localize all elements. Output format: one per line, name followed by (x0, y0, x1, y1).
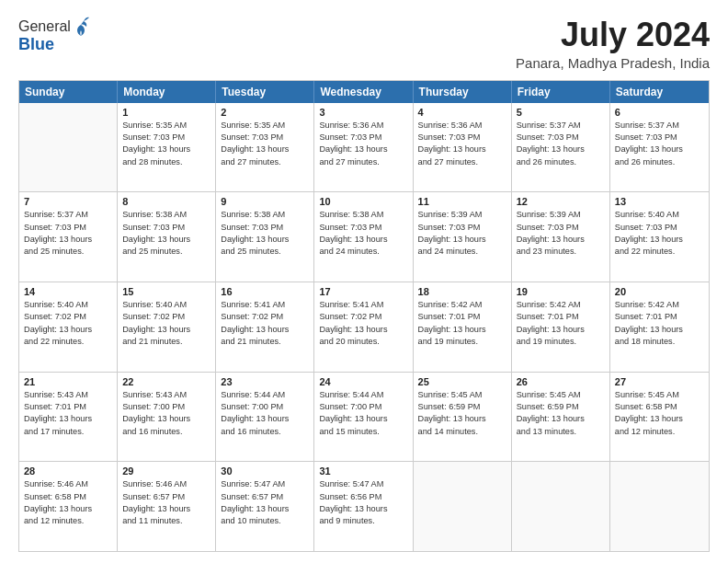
cell-info-line: and 22 minutes. (615, 246, 704, 258)
calendar-cell: 20Sunrise: 5:42 AMSunset: 7:01 PMDayligh… (610, 282, 709, 372)
day-number: 22 (122, 376, 210, 387)
cell-info-line: Sunrise: 5:39 AM (418, 209, 506, 221)
calendar-cell: 27Sunrise: 5:45 AMSunset: 6:58 PMDayligh… (610, 373, 709, 462)
day-number: 26 (517, 376, 605, 387)
cell-info-line: and 25 minutes. (24, 246, 112, 258)
cell-info-line: Sunset: 7:03 PM (418, 132, 506, 144)
cell-info-line: Sunset: 6:57 PM (122, 491, 210, 503)
cell-info-line: Sunset: 7:01 PM (615, 311, 704, 323)
cell-info-line: and 25 minutes. (221, 246, 309, 258)
cell-info-line: Daylight: 13 hours (418, 234, 506, 246)
cell-info-line: Sunset: 7:03 PM (24, 222, 112, 234)
calendar-cell: 31Sunrise: 5:47 AMSunset: 6:56 PMDayligh… (314, 462, 413, 551)
cell-info-line: Sunset: 7:03 PM (122, 222, 210, 234)
cell-info-line: and 21 minutes. (221, 336, 309, 348)
calendar: SundayMondayTuesdayWednesdayThursdayFrid… (18, 80, 710, 552)
cell-info-line: Sunset: 7:02 PM (24, 311, 112, 323)
calendar-cell: 7Sunrise: 5:37 AMSunset: 7:03 PMDaylight… (19, 192, 118, 282)
cell-info-line: and 23 minutes. (517, 246, 605, 258)
calendar-cell: 14Sunrise: 5:40 AMSunset: 7:02 PMDayligh… (19, 282, 118, 372)
cell-info-line: Daylight: 13 hours (221, 234, 309, 246)
cell-info-line: Sunrise: 5:37 AM (517, 120, 605, 132)
cell-info-line: Daylight: 13 hours (221, 503, 309, 515)
logo-general-text: General (18, 18, 71, 35)
cell-info-line: Sunset: 6:59 PM (517, 401, 605, 413)
cell-info-line: Sunset: 7:02 PM (319, 311, 407, 323)
cell-info-line: Sunrise: 5:41 AM (319, 299, 407, 311)
calendar-cell: 6Sunrise: 5:37 AMSunset: 7:03 PMDaylight… (610, 103, 709, 192)
day-number: 19 (517, 286, 605, 297)
day-number: 29 (122, 465, 210, 477)
day-number: 17 (319, 286, 407, 297)
day-number: 9 (221, 196, 309, 207)
day-number: 14 (24, 286, 112, 297)
cell-info-line: Sunrise: 5:46 AM (24, 478, 112, 490)
cell-info-line: Sunrise: 5:42 AM (418, 299, 506, 311)
calendar-cell: 8Sunrise: 5:38 AMSunset: 7:03 PMDaylight… (118, 192, 216, 282)
day-number: 24 (319, 376, 407, 387)
day-number: 23 (221, 376, 309, 387)
cell-info-line: Daylight: 13 hours (615, 234, 704, 246)
cell-info-line: and 26 minutes. (517, 156, 605, 168)
cell-info-line: Sunrise: 5:35 AM (122, 120, 210, 132)
cell-info-line: Daylight: 13 hours (418, 144, 506, 155)
calendar-row: 7Sunrise: 5:37 AMSunset: 7:03 PMDaylight… (19, 191, 709, 282)
month-title: July 2024 (516, 17, 710, 53)
cell-info-line: Sunset: 6:59 PM (418, 401, 506, 413)
cell-info-line: Sunset: 7:01 PM (24, 401, 112, 413)
day-number: 12 (517, 196, 605, 207)
day-number: 21 (24, 376, 112, 387)
cell-info-line: Sunrise: 5:40 AM (615, 209, 704, 221)
cell-info-line: and 27 minutes. (221, 156, 309, 168)
cell-info-line: Sunset: 6:58 PM (24, 491, 112, 503)
cell-info-line: and 9 minutes. (319, 515, 407, 527)
cell-info-line: and 14 minutes. (418, 426, 506, 438)
cell-info-line: Daylight: 13 hours (615, 324, 704, 336)
cell-info-line: Daylight: 13 hours (418, 413, 506, 425)
calendar-cell: 21Sunrise: 5:43 AMSunset: 7:01 PMDayligh… (19, 373, 118, 462)
day-number: 18 (418, 286, 506, 297)
cell-info-line: Sunrise: 5:36 AM (418, 120, 506, 132)
cell-info-line: Daylight: 13 hours (122, 324, 210, 336)
header: General Blue July 2024 Panara, Madhya Pr… (18, 17, 710, 71)
cell-info-line: Daylight: 13 hours (615, 413, 704, 425)
cell-info-line: and 16 minutes. (221, 426, 309, 438)
calendar-cell (512, 462, 610, 551)
cell-info-line: Daylight: 13 hours (24, 503, 112, 515)
cell-info-line: Sunset: 7:03 PM (517, 132, 605, 144)
cell-info-line: Sunset: 7:03 PM (615, 132, 704, 144)
cell-info-line: and 27 minutes. (319, 156, 407, 168)
cell-info-line: Sunrise: 5:46 AM (122, 478, 210, 490)
calendar-cell: 23Sunrise: 5:44 AMSunset: 7:00 PMDayligh… (216, 373, 314, 462)
cell-info-line: Daylight: 13 hours (615, 144, 704, 155)
day-number: 2 (221, 107, 309, 118)
cell-info-line: Sunset: 6:58 PM (615, 401, 704, 413)
cell-info-line: Daylight: 13 hours (122, 413, 210, 425)
page: General Blue July 2024 Panara, Madhya Pr… (0, 0, 728, 563)
calendar-cell (19, 103, 118, 192)
cell-info-line: Sunrise: 5:45 AM (615, 389, 704, 401)
calendar-header-cell: Friday (512, 81, 610, 103)
calendar-header-cell: Tuesday (216, 81, 314, 103)
calendar-row: 28Sunrise: 5:46 AMSunset: 6:58 PMDayligh… (19, 461, 709, 551)
location: Panara, Madhya Pradesh, India (516, 55, 710, 71)
cell-info-line: Sunset: 6:56 PM (319, 491, 407, 503)
calendar-cell: 12Sunrise: 5:39 AMSunset: 7:03 PMDayligh… (512, 192, 610, 282)
calendar-header-cell: Saturday (610, 81, 709, 103)
cell-info-line: Sunrise: 5:43 AM (24, 389, 112, 401)
day-number: 13 (615, 196, 704, 207)
cell-info-line: and 24 minutes. (418, 246, 506, 258)
day-number: 6 (615, 107, 704, 118)
calendar-cell: 30Sunrise: 5:47 AMSunset: 6:57 PMDayligh… (216, 462, 314, 551)
cell-info-line: Sunset: 7:03 PM (319, 132, 407, 144)
calendar-cell: 10Sunrise: 5:38 AMSunset: 7:03 PMDayligh… (314, 192, 413, 282)
cell-info-line: and 24 minutes. (319, 246, 407, 258)
cell-info-line: Sunrise: 5:45 AM (517, 389, 605, 401)
cell-info-line: Sunrise: 5:42 AM (615, 299, 704, 311)
day-number: 1 (122, 107, 210, 118)
cell-info-line: Sunset: 7:02 PM (122, 311, 210, 323)
cell-info-line: Sunset: 7:00 PM (319, 401, 407, 413)
cell-info-line: Sunrise: 5:47 AM (319, 478, 407, 490)
cell-info-line: Sunrise: 5:43 AM (122, 389, 210, 401)
calendar-header: SundayMondayTuesdayWednesdayThursdayFrid… (19, 81, 709, 103)
